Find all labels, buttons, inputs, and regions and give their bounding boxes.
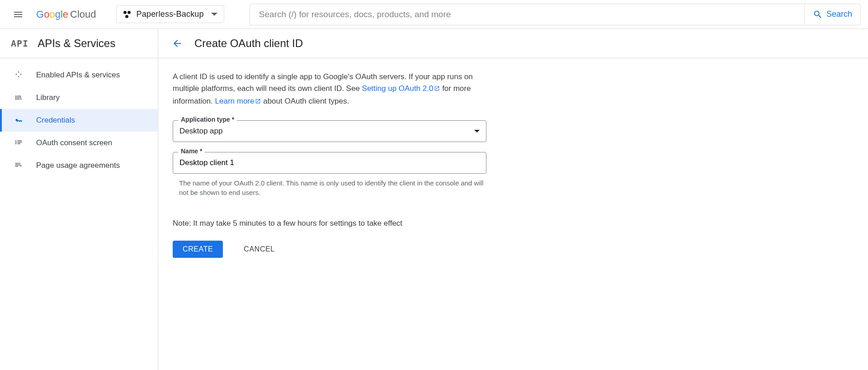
actions: CREATE CANCEL [173, 241, 487, 258]
app-type-value: Desktop app [179, 127, 222, 136]
note-text: Note: It may take 5 minutes to a few hou… [173, 219, 487, 228]
app-type-select[interactable]: Desktop app [173, 120, 486, 142]
main: Create OAuth client ID A client ID is us… [158, 29, 868, 370]
cancel-button[interactable]: CANCEL [234, 241, 285, 258]
nav-oauth-consent[interactable]: OAuth consent screen [0, 132, 158, 154]
consent-icon [14, 138, 24, 148]
form-area: A client ID is used to identify a single… [158, 58, 502, 270]
field-name: Name * The name of your OAuth 2.0 client… [173, 152, 487, 197]
page-title: Create OAuth client ID [194, 37, 303, 50]
nav-item-label: OAuth consent screen [36, 138, 112, 147]
name-label: Name * [178, 147, 205, 155]
nav-library[interactable]: Library [0, 86, 158, 109]
key-icon [14, 115, 24, 125]
back-button[interactable] [171, 37, 184, 50]
nav-page-usage[interactable]: Page usage agreements [0, 154, 158, 177]
logo[interactable]: Google Cloud [36, 9, 96, 20]
hamburger-menu[interactable] [7, 4, 29, 25]
main-header: Create OAuth client ID [158, 29, 868, 58]
nav-item-label: Enabled APIs & services [36, 71, 120, 80]
project-name: Paperless-Backup [137, 9, 204, 19]
link-setting-up-oauth[interactable]: Setting up OAuth 2.0 [362, 84, 440, 93]
name-helper: The name of your OAuth 2.0 client. This … [173, 178, 487, 197]
topbar: Google Cloud Paperless-Backup Search [0, 0, 868, 29]
external-link-icon [434, 83, 440, 95]
api-badge: API [11, 38, 28, 49]
field-application-type: Application type * Desktop app [173, 120, 487, 142]
agreement-icon [14, 161, 24, 171]
arrow-back-icon [172, 38, 183, 49]
nav-enabled-apis[interactable]: Enabled APIs & services [0, 64, 158, 86]
chevron-down-icon [474, 130, 480, 133]
nav: Enabled APIs & services Library Credenti… [0, 58, 158, 177]
search-button[interactable]: Search [804, 4, 861, 25]
app-type-label: Application type * [178, 116, 237, 123]
link-learn-more[interactable]: Learn more [215, 97, 261, 105]
nav-item-label: Page usage agreements [36, 161, 120, 170]
hamburger-icon [13, 9, 24, 20]
sidebar-header: API APIs & Services [0, 29, 158, 58]
chevron-down-icon [211, 13, 217, 16]
nav-item-label: Library [36, 93, 60, 102]
sidebar: API APIs & Services Enabled APIs & servi… [0, 29, 158, 370]
diamond-icon [14, 70, 24, 80]
description: A client ID is used to identify a single… [173, 71, 487, 108]
nav-credentials[interactable]: Credentials [0, 109, 158, 132]
logo-google: Google [36, 9, 68, 20]
create-button[interactable]: CREATE [173, 241, 223, 258]
name-input[interactable] [179, 158, 480, 167]
search-button-label: Search [826, 9, 852, 19]
project-icon [123, 10, 131, 19]
external-link-icon [255, 96, 261, 108]
sidebar-title: APIs & Services [38, 37, 115, 50]
search-wrap: Search [250, 4, 861, 25]
search-icon [813, 9, 823, 19]
project-picker[interactable]: Paperless-Backup [116, 5, 224, 23]
logo-cloud: Cloud [70, 9, 96, 20]
search-input[interactable] [250, 4, 804, 25]
nav-item-label: Credentials [36, 116, 75, 125]
library-icon [14, 93, 24, 103]
